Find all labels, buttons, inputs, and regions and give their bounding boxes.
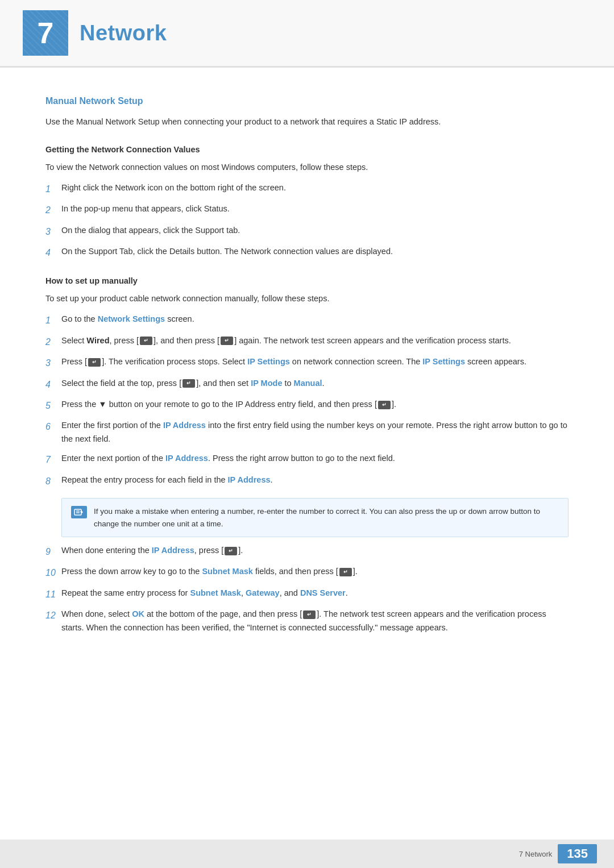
- enter-key-icon: ↵: [378, 401, 391, 409]
- step-text: On the dialog that appears, click the Su…: [61, 224, 569, 238]
- step-text: Right click the Network icon on the bott…: [61, 181, 569, 195]
- bold-text: Gateway: [246, 588, 280, 597]
- chapter-number-box: 7: [23, 10, 68, 56]
- list-item: 9 When done entering the IP Address, pre…: [45, 544, 569, 559]
- bold-text: Subnet Mask: [202, 567, 252, 576]
- note-text: If you make a mistake when entering a nu…: [94, 505, 559, 530]
- bold-text: IP Address: [152, 546, 194, 555]
- list-item: 2 In the pop-up menu that appears, click…: [45, 202, 569, 218]
- list-item: 4 Select the field at the top, press [↵]…: [45, 377, 569, 392]
- page-number-box: 135: [558, 844, 597, 863]
- chapter-title: Network: [80, 21, 167, 45]
- list-item: 3 On the dialog that appears, click the …: [45, 224, 569, 239]
- main-content: Manual Network Setup Use the Manual Netw…: [0, 68, 614, 678]
- step-text: In the pop-up menu that appears, click S…: [61, 202, 569, 216]
- intro-paragraph: Use the Manual Network Setup when connec…: [45, 115, 569, 129]
- enter-key-icon: ↵: [182, 379, 195, 388]
- page-header: 7 Network: [0, 0, 614, 68]
- enter-key-icon: ↵: [303, 610, 316, 619]
- list-item: 1 Go to the Network Settings screen.: [45, 313, 569, 328]
- list-item: 3 Press [↵]. The verification process st…: [45, 355, 569, 371]
- page-footer: 7 Network 135: [0, 840, 614, 868]
- bold-text: IP Settings: [422, 357, 465, 366]
- bold-text: OK: [132, 609, 144, 618]
- chapter-number: 7: [38, 18, 54, 48]
- enter-key-icon: ↵: [88, 358, 101, 367]
- bold-text: IP Address: [165, 454, 208, 463]
- subsection1-title: Getting the Network Connection Values: [45, 145, 569, 154]
- list-item: 12 When done, select OK at the bottom of…: [45, 608, 569, 635]
- bold-text: Manual: [294, 379, 322, 388]
- enter-key-icon: ↵: [221, 337, 233, 345]
- bold-text: DNS Server: [300, 588, 346, 597]
- note-box: If you make a mistake when entering a nu…: [61, 498, 569, 537]
- subsection2-steps-list: 1 Go to the Network Settings screen. 2 S…: [45, 313, 569, 489]
- svg-rect-0: [74, 509, 81, 515]
- footer-chapter-ref: 7 Network: [519, 850, 553, 858]
- bold-text: IP Address: [228, 475, 271, 484]
- pencil-icon: [74, 508, 84, 516]
- list-item: 7 Enter the next portion of the IP Addre…: [45, 452, 569, 467]
- bold-text: Network Settings: [98, 314, 165, 323]
- subsection1-steps-list: 1 Right click the Network icon on the bo…: [45, 181, 569, 261]
- subsection2-title: How to set up manually: [45, 276, 569, 285]
- enter-key-icon: ↵: [140, 337, 152, 345]
- bold-text: IP Address: [163, 421, 206, 430]
- enter-key-icon: ↵: [225, 547, 237, 555]
- subsection2-steps-continued-list: 9 When done entering the IP Address, pre…: [45, 544, 569, 635]
- step-text: On the Support Tab, click the Details bu…: [61, 245, 569, 259]
- list-item: 4 On the Support Tab, click the Details …: [45, 245, 569, 260]
- list-item: 1 Right click the Network icon on the bo…: [45, 181, 569, 197]
- list-item: 11 Repeat the same entry process for Sub…: [45, 587, 569, 602]
- enter-key-icon: ↵: [339, 568, 352, 576]
- list-item: 5 Press the ▼ button on your remote to g…: [45, 398, 569, 413]
- bold-text: IP Mode: [251, 379, 282, 388]
- list-item: 6 Enter the first portion of the IP Addr…: [45, 419, 569, 446]
- list-item: 2 Select Wired, press [↵], and then pres…: [45, 334, 569, 350]
- subsection1-intro: To view the Network connection values on…: [45, 161, 569, 175]
- page-number: 135: [567, 846, 588, 861]
- main-section-title: Manual Network Setup: [45, 96, 569, 106]
- bold-text: Subnet Mask: [190, 588, 240, 597]
- list-item: 8 Repeat the entry process for each fiel…: [45, 474, 569, 489]
- subsection2-intro: To set up your product cable network con…: [45, 292, 569, 306]
- bold-text: IP Settings: [247, 357, 290, 366]
- list-item: 10 Press the down arrow key to go to the…: [45, 565, 569, 580]
- bold-text: Wired: [86, 336, 109, 345]
- note-icon: [71, 506, 87, 518]
